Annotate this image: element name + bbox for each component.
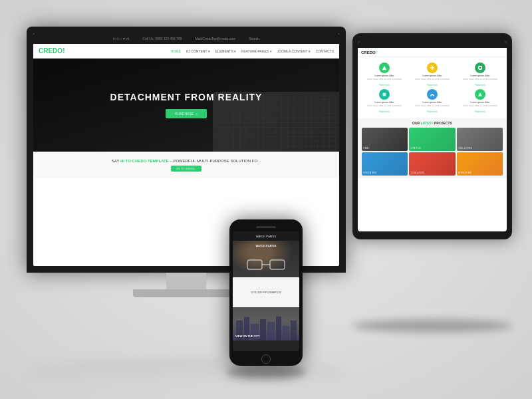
website-nav: CREDO! HOME K2 CONTENT ▾ ELEMENTS ▾ FEAT… (33, 44, 339, 59)
projects-highlight: LATEST (421, 121, 434, 125)
svg-rect-9 (260, 319, 266, 340)
section2-text: SAY HI TO CREDO TEMPLATE – POWERFUL MULT… (112, 159, 261, 163)
tablet-grid-label-2: GYM PLUS (410, 147, 421, 150)
phone-hero: WATCH PLATES (233, 241, 299, 277)
phone-screen: WATCH PLATES WATCH PLATES SYSTEM INFORMA… (233, 231, 299, 351)
svg-rect-11 (276, 317, 281, 340)
svg-rect-12 (283, 326, 289, 340)
tablet-project-grid: ITEM 1 GYM PLUS CHILL & THINK SYSTEM INF… (362, 128, 503, 176)
tablet-nav: CREDO! (358, 48, 507, 57)
tablet-grid-item-6: WORK OF ART (457, 152, 503, 176)
tablet-icon-3 (475, 63, 485, 73)
tablet-icon-label-5: Lorem ipsum dolor (423, 101, 442, 104)
phone-glasses-icon (246, 257, 286, 271)
tablet-icon-item: Lorem ipsum dolor Lorem ipsum dolor sit … (410, 89, 455, 113)
topbar-email: Mail:CredoTop@credo.com (196, 37, 236, 41)
nav-feature[interactable]: FEATURE PAGES ▾ (241, 49, 272, 53)
tablet-icon-sub-3: Lorem ipsum dolor sit amet consectetur (463, 78, 498, 81)
phone-city: VIEW ON THE CITY (233, 307, 299, 340)
tablet-readmore-1[interactable]: Read more (380, 84, 390, 86)
tablet-icon-item: Lorem ipsum dolor Lorem ipsum dolor sit … (458, 89, 503, 113)
tablet: CREDO! Lorem ipsum dolor Lorem ipsum dol… (352, 33, 512, 239)
hero-overlay (33, 59, 339, 152)
phone-home-button[interactable] (261, 354, 271, 364)
tablet-icon-sub-5: Lorem ipsum dolor sit amet consectetur (415, 105, 450, 108)
tablet-shadow (352, 319, 512, 332)
tablet-icon-item: Lorem ipsum dolor Lorem ipsum dolor sit … (362, 63, 407, 86)
tablet-readmore-5[interactable]: Read more (428, 110, 438, 113)
tablet-icon-sub-1: Lorem ipsum dolor sit amet consectetur (367, 78, 402, 81)
hero-title: DETACHMENT FROM REALITY (110, 92, 263, 102)
website-section2: SAY HI TO CREDO TEMPLATE – POWERFUL MULT… (33, 152, 339, 178)
phone-city-label: VIEW ON THE CITY (235, 334, 260, 338)
tablet-grid-label-6: WORK OF ART (458, 172, 472, 174)
phone-border: WATCH PLATES WATCH PLATES SYSTEM INFORMA… (229, 219, 303, 366)
website-topbar: in ⊙ □ ♥ vk Call Us: 0800 123 456 789 Ma… (33, 33, 339, 44)
topbar-search: Search (249, 37, 259, 41)
svg-point-1 (479, 66, 482, 70)
tablet-screen: CREDO! Lorem ipsum dolor Lorem ipsum dol… (358, 41, 507, 231)
logo-exclamation: ! (63, 47, 65, 55)
topbar-phone: Call Us: 0800 123 456 789 (142, 37, 182, 41)
tablet-grid-label-4: SYSTEM INFO (363, 172, 376, 174)
svg-rect-8 (251, 324, 259, 340)
phone: WATCH PLATES WATCH PLATES SYSTEM INFORMA… (229, 219, 303, 366)
phone-header: WATCH PLATES (233, 231, 299, 241)
tablet-icon-sub-6: Lorem ipsum dolor sit amet consectetur (463, 105, 498, 108)
tablet-icon-item: Lorem ipsum dolor Lorem ipsum dolor sit … (458, 63, 503, 86)
tablet-icon-label-3: Lorem ipsum dolor (471, 74, 490, 77)
phone-section: SYSTEM INFORMATION (233, 277, 299, 307)
social-icons: in ⊙ □ ♥ vk (113, 37, 129, 41)
tablet-projects: OUR LATEST PROJECTS ITEM 1 GYM PLUS CHIL… (358, 118, 507, 178)
nav-elements[interactable]: ELEMENTS ▾ (215, 49, 236, 53)
svg-rect-10 (267, 322, 275, 340)
website-logo: CREDO! (39, 47, 65, 55)
nav-contacts[interactable]: CONTACTS (316, 49, 334, 53)
section2-button[interactable]: GO TO CREDO › (171, 166, 202, 172)
tablet-readmore-3[interactable]: Read more (475, 84, 485, 86)
tablet-grid-item-1: ITEM 1 (362, 128, 408, 151)
phone-speaker (256, 226, 276, 228)
svg-rect-13 (291, 321, 297, 340)
scene: in ⊙ □ ♥ vk Call Us: 0800 123 456 789 Ma… (13, 13, 519, 386)
tablet-icon-6 (475, 89, 485, 100)
monitor-neck (166, 273, 206, 289)
phone-hero-label: WATCH PLATES (233, 244, 299, 247)
tablet-icon-label-2: Lorem ipsum dolor (423, 74, 442, 77)
tablet-readmore-6[interactable]: Read more (475, 110, 485, 113)
tablet-grid-item-2: GYM PLUS (409, 128, 455, 151)
tablet-icon-sub-4: Lorem ipsum dolor sit amet consectetur (367, 105, 402, 108)
tablet-icon-1 (379, 63, 390, 73)
tablet-grid-label-5: YOGA & MORE (410, 172, 424, 174)
website-hero: DETACHMENT FROM REALITY PURCHASE (33, 59, 339, 152)
tablet-grid-label-3: CHILL & THINK (458, 147, 472, 150)
tablet-readmore-4[interactable]: Read more (380, 110, 390, 113)
tablet-grid-item-3: CHILL & THINK (457, 128, 503, 151)
svg-marker-0 (382, 66, 386, 70)
tablet-grid-item-4: SYSTEM INFO (362, 152, 408, 176)
nav-k2[interactable]: K2 CONTENT ▾ (186, 49, 210, 53)
nav-home[interactable]: HOME (171, 49, 181, 53)
tablet-icon-5 (427, 89, 438, 100)
phone-shadow (226, 366, 306, 379)
svg-rect-4 (270, 260, 285, 269)
nav-links: HOME K2 CONTENT ▾ ELEMENTS ▾ FEATURE PAG… (171, 49, 334, 53)
tablet-projects-title: OUR LATEST PROJECTS (362, 121, 503, 125)
tablet-icon-2 (427, 63, 438, 73)
tablet-border: CREDO! Lorem ipsum dolor Lorem ipsum dol… (352, 33, 512, 239)
section2-prefix: SAY (112, 159, 119, 163)
phone-header-title: WATCH PLATES (256, 235, 276, 238)
tablet-topbar (358, 41, 507, 48)
svg-rect-3 (247, 260, 262, 269)
monitor-base (133, 289, 239, 297)
tablet-icon-label-6: Lorem ipsum dolor (471, 101, 490, 104)
tablet-grid-item-5: YOGA & MORE (409, 152, 455, 176)
nav-joomla[interactable]: JOOMLA CONTENT ▾ (277, 49, 311, 53)
tablet-readmore-2[interactable]: Read more (428, 84, 438, 86)
section2-suffix: – POWERFUL MULTI-PURPOSE SOLUTION FO... (170, 159, 261, 163)
tablet-icon-label-4: Lorem ipsum dolor (375, 101, 394, 104)
hero-purchase-button[interactable]: PURCHASE (166, 109, 206, 118)
tablet-icon-label-1: Lorem ipsum dolor (375, 74, 394, 77)
tablet-logo: CREDO! (361, 51, 377, 55)
section2-highlight: HI TO CREDO TEMPLATE (120, 159, 169, 163)
